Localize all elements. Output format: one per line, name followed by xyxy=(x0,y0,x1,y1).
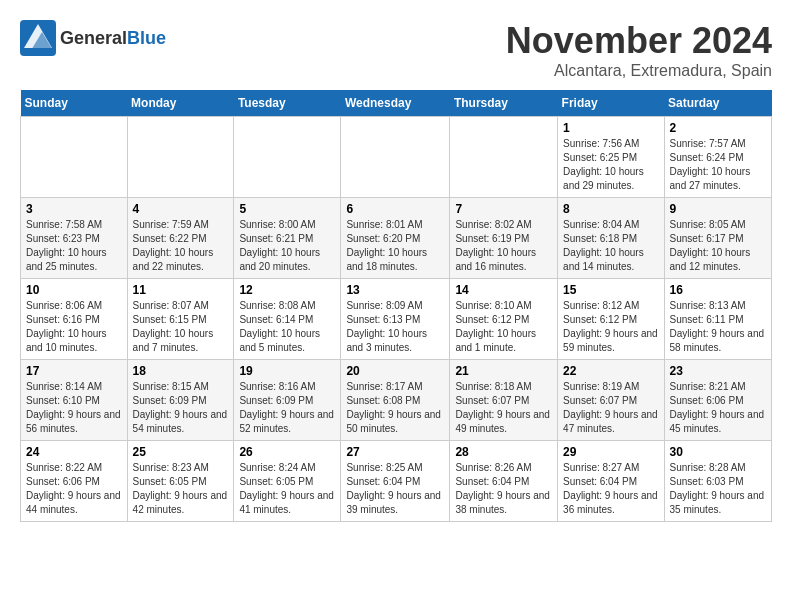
day-info: Sunrise: 8:08 AM Sunset: 6:14 PM Dayligh… xyxy=(239,299,335,355)
day-number: 15 xyxy=(563,283,658,297)
day-number: 5 xyxy=(239,202,335,216)
day-info: Sunrise: 8:18 AM Sunset: 6:07 PM Dayligh… xyxy=(455,380,552,436)
day-info: Sunrise: 7:57 AM Sunset: 6:24 PM Dayligh… xyxy=(670,137,766,193)
calendar-cell: 2Sunrise: 7:57 AM Sunset: 6:24 PM Daylig… xyxy=(664,117,771,198)
logo-blue: Blue xyxy=(127,28,166,48)
weekday-header-saturday: Saturday xyxy=(664,90,771,117)
calendar-cell: 20Sunrise: 8:17 AM Sunset: 6:08 PM Dayli… xyxy=(341,360,450,441)
day-info: Sunrise: 8:21 AM Sunset: 6:06 PM Dayligh… xyxy=(670,380,766,436)
day-info: Sunrise: 8:19 AM Sunset: 6:07 PM Dayligh… xyxy=(563,380,658,436)
calendar-cell: 5Sunrise: 8:00 AM Sunset: 6:21 PM Daylig… xyxy=(234,198,341,279)
day-number: 4 xyxy=(133,202,229,216)
calendar-table: SundayMondayTuesdayWednesdayThursdayFrid… xyxy=(20,90,772,522)
day-number: 28 xyxy=(455,445,552,459)
calendar-cell: 26Sunrise: 8:24 AM Sunset: 6:05 PM Dayli… xyxy=(234,441,341,522)
weekday-header-tuesday: Tuesday xyxy=(234,90,341,117)
calendar-cell: 3Sunrise: 7:58 AM Sunset: 6:23 PM Daylig… xyxy=(21,198,128,279)
day-info: Sunrise: 8:26 AM Sunset: 6:04 PM Dayligh… xyxy=(455,461,552,517)
day-number: 16 xyxy=(670,283,766,297)
day-info: Sunrise: 8:05 AM Sunset: 6:17 PM Dayligh… xyxy=(670,218,766,274)
calendar-cell xyxy=(450,117,558,198)
calendar-cell xyxy=(234,117,341,198)
calendar-cell: 30Sunrise: 8:28 AM Sunset: 6:03 PM Dayli… xyxy=(664,441,771,522)
day-info: Sunrise: 8:16 AM Sunset: 6:09 PM Dayligh… xyxy=(239,380,335,436)
day-info: Sunrise: 8:01 AM Sunset: 6:20 PM Dayligh… xyxy=(346,218,444,274)
calendar-cell: 19Sunrise: 8:16 AM Sunset: 6:09 PM Dayli… xyxy=(234,360,341,441)
weekday-header-row: SundayMondayTuesdayWednesdayThursdayFrid… xyxy=(21,90,772,117)
logo-general: General xyxy=(60,28,127,48)
day-info: Sunrise: 8:17 AM Sunset: 6:08 PM Dayligh… xyxy=(346,380,444,436)
calendar-cell: 27Sunrise: 8:25 AM Sunset: 6:04 PM Dayli… xyxy=(341,441,450,522)
day-info: Sunrise: 8:07 AM Sunset: 6:15 PM Dayligh… xyxy=(133,299,229,355)
calendar-cell: 6Sunrise: 8:01 AM Sunset: 6:20 PM Daylig… xyxy=(341,198,450,279)
day-number: 27 xyxy=(346,445,444,459)
calendar-cell xyxy=(341,117,450,198)
calendar-cell: 4Sunrise: 7:59 AM Sunset: 6:22 PM Daylig… xyxy=(127,198,234,279)
calendar-cell: 8Sunrise: 8:04 AM Sunset: 6:18 PM Daylig… xyxy=(558,198,664,279)
weekday-header-sunday: Sunday xyxy=(21,90,128,117)
calendar-cell: 15Sunrise: 8:12 AM Sunset: 6:12 PM Dayli… xyxy=(558,279,664,360)
calendar-cell: 16Sunrise: 8:13 AM Sunset: 6:11 PM Dayli… xyxy=(664,279,771,360)
day-number: 8 xyxy=(563,202,658,216)
calendar-cell: 25Sunrise: 8:23 AM Sunset: 6:05 PM Dayli… xyxy=(127,441,234,522)
calendar-week-row: 24Sunrise: 8:22 AM Sunset: 6:06 PM Dayli… xyxy=(21,441,772,522)
calendar-cell: 24Sunrise: 8:22 AM Sunset: 6:06 PM Dayli… xyxy=(21,441,128,522)
day-number: 14 xyxy=(455,283,552,297)
day-number: 12 xyxy=(239,283,335,297)
day-number: 2 xyxy=(670,121,766,135)
calendar-cell: 13Sunrise: 8:09 AM Sunset: 6:13 PM Dayli… xyxy=(341,279,450,360)
day-info: Sunrise: 8:13 AM Sunset: 6:11 PM Dayligh… xyxy=(670,299,766,355)
day-info: Sunrise: 7:58 AM Sunset: 6:23 PM Dayligh… xyxy=(26,218,122,274)
day-number: 29 xyxy=(563,445,658,459)
day-number: 20 xyxy=(346,364,444,378)
day-number: 10 xyxy=(26,283,122,297)
day-info: Sunrise: 8:24 AM Sunset: 6:05 PM Dayligh… xyxy=(239,461,335,517)
day-info: Sunrise: 8:10 AM Sunset: 6:12 PM Dayligh… xyxy=(455,299,552,355)
day-number: 1 xyxy=(563,121,658,135)
day-number: 22 xyxy=(563,364,658,378)
day-number: 30 xyxy=(670,445,766,459)
calendar-cell: 29Sunrise: 8:27 AM Sunset: 6:04 PM Dayli… xyxy=(558,441,664,522)
day-info: Sunrise: 8:28 AM Sunset: 6:03 PM Dayligh… xyxy=(670,461,766,517)
day-info: Sunrise: 8:00 AM Sunset: 6:21 PM Dayligh… xyxy=(239,218,335,274)
day-number: 24 xyxy=(26,445,122,459)
day-number: 11 xyxy=(133,283,229,297)
logo: GeneralBlue xyxy=(20,20,166,56)
weekday-header-friday: Friday xyxy=(558,90,664,117)
day-info: Sunrise: 8:06 AM Sunset: 6:16 PM Dayligh… xyxy=(26,299,122,355)
calendar-cell: 11Sunrise: 8:07 AM Sunset: 6:15 PM Dayli… xyxy=(127,279,234,360)
day-info: Sunrise: 8:02 AM Sunset: 6:19 PM Dayligh… xyxy=(455,218,552,274)
calendar-cell: 12Sunrise: 8:08 AM Sunset: 6:14 PM Dayli… xyxy=(234,279,341,360)
day-info: Sunrise: 7:56 AM Sunset: 6:25 PM Dayligh… xyxy=(563,137,658,193)
location: Alcantara, Extremadura, Spain xyxy=(506,62,772,80)
day-info: Sunrise: 7:59 AM Sunset: 6:22 PM Dayligh… xyxy=(133,218,229,274)
calendar-cell: 21Sunrise: 8:18 AM Sunset: 6:07 PM Dayli… xyxy=(450,360,558,441)
day-info: Sunrise: 8:04 AM Sunset: 6:18 PM Dayligh… xyxy=(563,218,658,274)
calendar-week-row: 17Sunrise: 8:14 AM Sunset: 6:10 PM Dayli… xyxy=(21,360,772,441)
calendar-cell: 28Sunrise: 8:26 AM Sunset: 6:04 PM Dayli… xyxy=(450,441,558,522)
calendar-cell: 22Sunrise: 8:19 AM Sunset: 6:07 PM Dayli… xyxy=(558,360,664,441)
day-number: 21 xyxy=(455,364,552,378)
day-number: 9 xyxy=(670,202,766,216)
day-number: 23 xyxy=(670,364,766,378)
day-number: 6 xyxy=(346,202,444,216)
month-title: November 2024 xyxy=(506,20,772,62)
day-info: Sunrise: 8:22 AM Sunset: 6:06 PM Dayligh… xyxy=(26,461,122,517)
calendar-cell: 17Sunrise: 8:14 AM Sunset: 6:10 PM Dayli… xyxy=(21,360,128,441)
day-info: Sunrise: 8:23 AM Sunset: 6:05 PM Dayligh… xyxy=(133,461,229,517)
day-number: 3 xyxy=(26,202,122,216)
day-number: 7 xyxy=(455,202,552,216)
calendar-week-row: 10Sunrise: 8:06 AM Sunset: 6:16 PM Dayli… xyxy=(21,279,772,360)
calendar-cell: 1Sunrise: 7:56 AM Sunset: 6:25 PM Daylig… xyxy=(558,117,664,198)
day-info: Sunrise: 8:15 AM Sunset: 6:09 PM Dayligh… xyxy=(133,380,229,436)
calendar-cell: 18Sunrise: 8:15 AM Sunset: 6:09 PM Dayli… xyxy=(127,360,234,441)
title-block: November 2024 Alcantara, Extremadura, Sp… xyxy=(506,20,772,80)
day-number: 25 xyxy=(133,445,229,459)
weekday-header-wednesday: Wednesday xyxy=(341,90,450,117)
calendar-cell: 7Sunrise: 8:02 AM Sunset: 6:19 PM Daylig… xyxy=(450,198,558,279)
logo-icon xyxy=(20,20,56,56)
day-info: Sunrise: 8:25 AM Sunset: 6:04 PM Dayligh… xyxy=(346,461,444,517)
calendar-cell xyxy=(127,117,234,198)
day-info: Sunrise: 8:14 AM Sunset: 6:10 PM Dayligh… xyxy=(26,380,122,436)
day-info: Sunrise: 8:27 AM Sunset: 6:04 PM Dayligh… xyxy=(563,461,658,517)
